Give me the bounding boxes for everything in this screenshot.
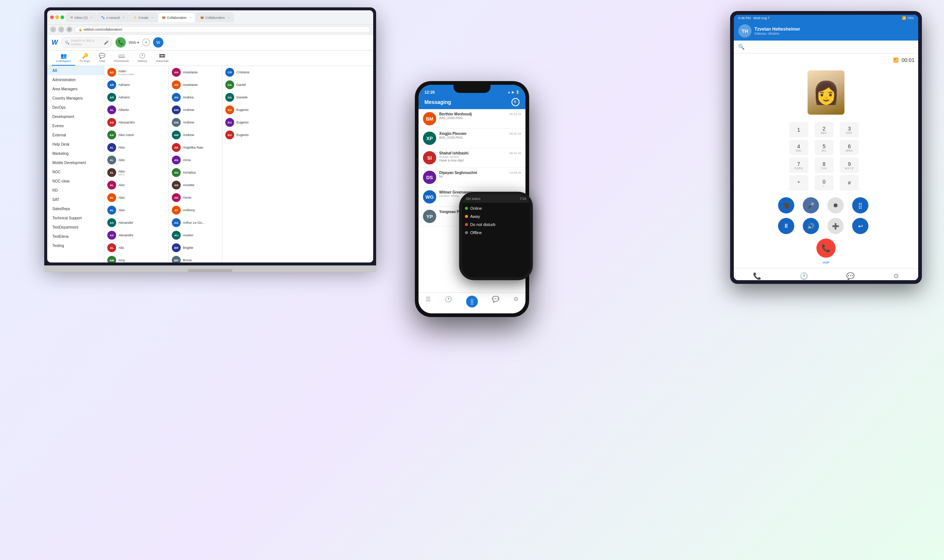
tablet-nav-history[interactable]: 🕐 bbox=[798, 271, 809, 280]
contact-alla[interactable]: AL Alla bbox=[104, 242, 168, 254]
contact-annie[interactable]: AN Annie bbox=[169, 191, 222, 204]
contact-alexander[interactable]: AX Alexander bbox=[104, 216, 168, 229]
contact-adan[interactable]: AD AdanAnnual Leave bbox=[104, 66, 168, 78]
tablet-nav-phone[interactable]: 📞 bbox=[752, 271, 762, 280]
sidebar-item-development[interactable]: Development bbox=[47, 112, 104, 121]
sidebar-item-external[interactable]: External bbox=[47, 131, 104, 140]
sidebar-item-test-dept[interactable]: TestDepartment bbox=[47, 223, 104, 232]
sidebar-item-mobile-dev[interactable]: Mobile Development bbox=[47, 158, 104, 168]
sidebar-item-country-managers[interactable]: Country Managers bbox=[47, 94, 104, 103]
sidebar-item-noc[interactable]: NOC bbox=[47, 168, 104, 177]
chat-xingjin[interactable]: XP Xingjin Plessier 06.02.19 IMG_0190.PN… bbox=[419, 129, 525, 148]
contact-alex6[interactable]: AL Alex bbox=[104, 204, 168, 216]
sidebar-item-sat[interactable]: SAT bbox=[47, 195, 104, 204]
contact-alex-aston[interactable]: AA Alex Aston bbox=[104, 129, 168, 141]
chat-berthier[interactable]: BM Berthier Menhoudj 06.03.19 IMG_0200.P… bbox=[419, 109, 525, 129]
contact-eugenio3[interactable]: EU Eugenio bbox=[222, 129, 373, 141]
sidebar-item-testelena[interactable]: TestElena bbox=[47, 232, 104, 241]
contact-alberto[interactable]: AL Alberto bbox=[104, 104, 168, 116]
contact-adriano2[interactable]: AR Adriano bbox=[104, 91, 168, 104]
dialpad-2[interactable]: 2ABC bbox=[815, 122, 834, 137]
minimize-dot[interactable] bbox=[55, 15, 59, 19]
tab-gmail[interactable]: ✉ Inbox (2) × bbox=[66, 12, 96, 22]
web-button[interactable]: Web ▾ bbox=[129, 40, 139, 45]
sidebar-item-tech-support[interactable]: Technical Support bbox=[47, 214, 104, 223]
video-button[interactable]: 🎥 bbox=[778, 197, 794, 214]
add-button[interactable]: + bbox=[142, 38, 150, 46]
transfer-button[interactable]: ↩ bbox=[852, 218, 869, 234]
contact-brigitte[interactable]: BR Brigitte bbox=[169, 242, 222, 254]
tablet-nav-chat[interactable]: 💬 bbox=[845, 271, 856, 280]
contact-anthony[interactable]: AT Anthony bbox=[169, 204, 222, 216]
call-button[interactable]: 📞 bbox=[115, 37, 126, 48]
close-dot[interactable] bbox=[50, 15, 54, 19]
back-button[interactable]: ‹ bbox=[50, 26, 56, 32]
tab-close[interactable]: × bbox=[189, 16, 191, 19]
status-away[interactable]: Away bbox=[465, 212, 527, 220]
contact-eugenio1[interactable]: EU Eugenio bbox=[222, 104, 373, 116]
contact-daniele[interactable]: DA Daniele bbox=[222, 91, 373, 104]
status-online[interactable]: Online bbox=[465, 204, 527, 212]
contact-anastasia1[interactable]: AN Anastasia bbox=[169, 66, 222, 78]
contact-alex3[interactable]: AL AlexWFO bbox=[104, 166, 168, 179]
refresh-button[interactable]: ↺ bbox=[66, 26, 72, 32]
status-dnd[interactable]: Do not disturb bbox=[465, 220, 527, 229]
tab-collaboration2[interactable]: 📦 Collaboration × bbox=[196, 12, 234, 22]
contact-eugenio2[interactable]: EU Eugenio bbox=[222, 116, 373, 129]
contact-austen[interactable]: AU Austen bbox=[169, 229, 222, 242]
contact-anna[interactable]: AN Anna bbox=[169, 154, 222, 166]
dialpad-5[interactable]: 5JKL bbox=[815, 140, 834, 155]
add-call-button[interactable]: ➕ bbox=[827, 218, 844, 234]
phone-nav-chat[interactable]: 💬 bbox=[492, 296, 499, 308]
tab-voicemail[interactable]: 📼 Voicemail bbox=[151, 51, 172, 66]
sidebar-item-everex[interactable]: Everex bbox=[47, 121, 104, 131]
sidebar-item-noc-clear[interactable]: NOC-clear bbox=[47, 177, 104, 186]
dialpad-4[interactable]: 4GHI bbox=[789, 140, 808, 155]
tab-chat[interactable]: 💬 Chat bbox=[94, 51, 109, 66]
user-avatar[interactable]: W bbox=[153, 37, 163, 48]
contact-daniel[interactable]: DA Daniel bbox=[222, 78, 373, 91]
phone-nav-menu[interactable]: ☰ bbox=[425, 296, 431, 308]
contact-andrew3[interactable]: AW Andrew bbox=[169, 129, 222, 141]
end-call-button[interactable]: 📞 bbox=[816, 238, 836, 258]
tab-fnkeys[interactable]: 🔑 Fn keys bbox=[75, 51, 94, 66]
sidebar-item-devops[interactable]: DevOps bbox=[47, 103, 104, 112]
forward-button[interactable]: › bbox=[58, 26, 64, 32]
dialpad-1[interactable]: 1 bbox=[789, 122, 808, 137]
contact-amy[interactable]: AM Amy bbox=[104, 254, 168, 263]
hold-button[interactable]: ⏸ bbox=[778, 218, 794, 234]
tab-phonebook[interactable]: 📖 Phonebook bbox=[109, 51, 133, 66]
sidebar-item-all[interactable]: All bbox=[47, 66, 104, 75]
phone-nav-history[interactable]: 🕐 bbox=[445, 296, 452, 308]
contact-alexandre[interactable]: AX Alexandre bbox=[104, 229, 168, 242]
search-button[interactable]: 🔍 bbox=[511, 98, 520, 106]
sidebar-item-area-managers[interactable]: Area Managers bbox=[47, 85, 104, 94]
dialpad-star[interactable]: * bbox=[789, 175, 808, 191]
tab-history[interactable]: 🕐 History bbox=[134, 51, 152, 66]
contact-cristiane[interactable]: CR Cristiane bbox=[222, 66, 373, 78]
contact-annette[interactable]: AN Annette bbox=[169, 179, 222, 191]
dialpad-3[interactable]: 3DEF bbox=[840, 122, 859, 137]
contact-andrew1[interactable]: AW Andrew bbox=[169, 104, 222, 116]
contact-alessandro[interactable]: AS Alessandro bbox=[104, 116, 168, 129]
keypad-button[interactable]: ⣿ bbox=[852, 197, 869, 214]
dialpad-0[interactable]: 0+ bbox=[815, 175, 834, 191]
contact-angelika[interactable]: AR Angelika Raw bbox=[169, 141, 222, 154]
chat-dipayan[interactable]: DS Dipayan Seghrouchni 14.09.18 hi! bbox=[419, 168, 525, 187]
phone-nav-settings[interactable]: ⚙ bbox=[513, 296, 519, 308]
contact-andrea[interactable]: AN Andrea bbox=[169, 91, 222, 104]
sidebar-item-salesreps[interactable]: SalesReps bbox=[47, 204, 104, 214]
tab-collaboration[interactable]: 📦 Collaboration × bbox=[158, 12, 196, 22]
tablet-nav-settings[interactable]: ⚙ bbox=[892, 271, 901, 280]
dialpad-6[interactable]: 6MNO bbox=[840, 140, 859, 155]
contact-alex1[interactable]: AL Alex bbox=[104, 141, 168, 154]
dialpad-7[interactable]: 7PQRS bbox=[789, 157, 808, 173]
contact-alex2[interactable]: AL Alex bbox=[104, 154, 168, 166]
tab-caracal[interactable]: 🐾 x-caracal × bbox=[97, 12, 128, 22]
dialpad-8[interactable]: 8TUV bbox=[815, 157, 834, 173]
contact-brone[interactable]: BR Brone bbox=[169, 254, 222, 263]
sidebar-item-rd[interactable]: RD bbox=[47, 186, 104, 195]
contact-alex4[interactable]: AL Alex bbox=[104, 179, 168, 191]
address-bar[interactable]: 🔒 wildixin.com/collaboration/ bbox=[74, 26, 370, 33]
sidebar-item-marketing[interactable]: Marketing bbox=[47, 149, 104, 158]
